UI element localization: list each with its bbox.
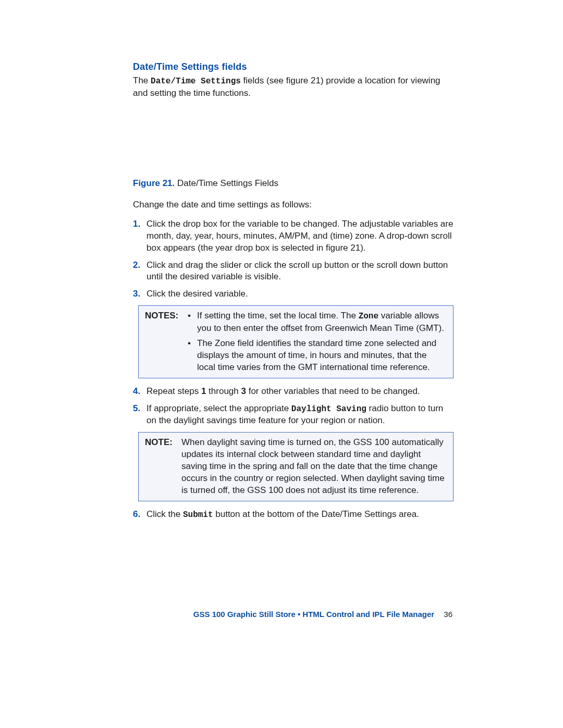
figure-caption: Figure 21. Date/Time Settings Fields	[133, 178, 454, 190]
note-text: If setting the time, set the local time.…	[197, 310, 447, 335]
footer: GSS 100 Graphic Still Store • HTML Contr…	[193, 609, 452, 620]
figure-number: Figure 21.	[133, 178, 175, 188]
document-page: Date/Time Settings fields The Date/Time …	[0, 0, 563, 728]
s4-b1: 1	[201, 386, 206, 396]
s4-mid: through	[206, 386, 241, 396]
bullet-icon: •	[188, 310, 197, 335]
step-body: Click the desired variable.	[146, 288, 454, 300]
notes-box: NOTES: • If setting the time, set the lo…	[138, 305, 454, 378]
step-4: 4. Repeat steps 1 through 3 for other va…	[133, 386, 454, 398]
step-3: 3. Click the desired variable.	[133, 288, 454, 300]
note-text: The Zone field identifies the standard t…	[197, 338, 447, 374]
step-6: 6. Click the Submit button at the bottom…	[133, 509, 454, 521]
intro-pre: The	[133, 76, 151, 85]
step-number: 2.	[133, 260, 146, 283]
section-heading: Date/Time Settings fields	[133, 60, 454, 73]
note-bullet-2: • The Zone field identifies the standard…	[188, 338, 447, 374]
footer-title: GSS 100 Graphic Still Store • HTML Contr…	[193, 610, 434, 619]
s6-mono: Submit	[183, 510, 213, 520]
s5-pre: If appropriate, select the appropriate	[146, 403, 291, 413]
notes-content: • If setting the time, set the local tim…	[188, 310, 447, 373]
steps-list-final: 6. Click the Submit button at the bottom…	[133, 509, 454, 521]
s5-mono: Daylight Saving	[291, 404, 366, 414]
note1-mono: Zone	[359, 312, 378, 321]
step-body: Click the Submit button at the bottom of…	[146, 509, 454, 521]
step-body: If appropriate, select the appropriate D…	[146, 403, 454, 427]
s4-post: for other variables that need to be chan…	[246, 386, 420, 396]
step-body: Click the drop box for the variable to b…	[146, 218, 454, 254]
s6-pre: Click the	[146, 509, 183, 519]
step-1: 1. Click the drop box for the variable t…	[133, 218, 454, 254]
lead-sentence: Change the date and time settings as fol…	[133, 199, 454, 211]
notes-label: NOTES:	[145, 310, 188, 373]
step-body: Click and drag the slider or click the s…	[146, 260, 454, 283]
s4-b2: 3	[241, 386, 246, 396]
note-label: NOTE:	[145, 437, 181, 497]
note1-pre: If setting the time, set the local time.…	[197, 311, 359, 320]
step-body: Repeat steps 1 through 3 for other varia…	[146, 386, 454, 398]
note-bullet-1: • If setting the time, set the local tim…	[188, 310, 447, 335]
s6-post: button at the bottom of the Date/Time Se…	[213, 509, 419, 519]
step-2: 2. Click and drag the slider or click th…	[133, 260, 454, 283]
intro-paragraph: The Date/Time Settings fields (see figur…	[133, 75, 454, 100]
steps-list-continued: 4. Repeat steps 1 through 3 for other va…	[133, 386, 454, 427]
step-number: 5.	[133, 403, 146, 427]
intro-mono: Date/Time Settings	[151, 77, 241, 86]
step-number: 3.	[133, 288, 146, 300]
figure-title: Date/Time Settings Fields	[175, 178, 278, 188]
bullet-icon: •	[188, 338, 197, 374]
steps-list: 1. Click the drop box for the variable t…	[133, 218, 454, 301]
note-box-2: NOTE: When daylight saving time is turne…	[138, 432, 454, 501]
page-number: 36	[444, 610, 452, 619]
step-number: 6.	[133, 509, 146, 521]
step-number: 1.	[133, 218, 146, 254]
s4-pre: Repeat steps	[146, 386, 201, 396]
note-content: When daylight saving time is turned on, …	[181, 437, 447, 497]
step-number: 4.	[133, 386, 146, 398]
step-5: 5. If appropriate, select the appropriat…	[133, 403, 454, 427]
